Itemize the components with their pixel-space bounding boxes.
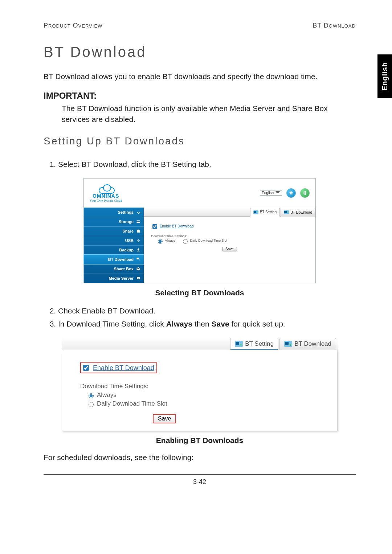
- sidebar-item-share[interactable]: Share: [84, 226, 144, 236]
- tab-label: BT Setting: [260, 210, 277, 214]
- enable-bt-download-checkbox[interactable]: Enable BT Download: [80, 362, 157, 373]
- option-always-radio[interactable]: [158, 239, 163, 244]
- bt-setting-tab-icon: [235, 341, 243, 347]
- step-3-bold-always: Always: [166, 320, 192, 328]
- step-3-post: for quick set up.: [229, 320, 285, 328]
- svg-rect-1: [137, 222, 140, 223]
- important-text: The BT Download function is only availab…: [62, 103, 356, 124]
- enable-bt-download-input[interactable]: [152, 224, 157, 229]
- sidebar-item-bt-download[interactable]: BT Download: [84, 255, 144, 264]
- step-1: Select BT Download, click the BT Setting…: [58, 158, 356, 171]
- option-always-radio[interactable]: [89, 393, 94, 398]
- sidebar-item-label: Share: [122, 229, 134, 233]
- language-select[interactable]: English: [260, 190, 282, 196]
- option-daily-slot-radio[interactable]: [183, 239, 188, 244]
- storage-icon: [136, 219, 141, 224]
- sidebar-item-usb[interactable]: USB: [84, 236, 144, 245]
- figure2-caption: Enabling BT Downloads: [44, 436, 356, 445]
- page-title: BT Download: [44, 44, 356, 60]
- sidebar-item-label: USB: [125, 238, 134, 243]
- save-button[interactable]: Save: [222, 247, 237, 251]
- running-head-left: Product Overview: [44, 22, 102, 29]
- step-2: Check Enable BT Download.: [58, 304, 356, 317]
- home-icon[interactable]: [286, 188, 296, 198]
- option-daily-slot-label: Daily Download Time Slot: [190, 239, 228, 242]
- option-daily-slot-label: Daily Download Time Slot: [97, 400, 167, 407]
- important-heading: IMPORTANT:: [44, 91, 356, 101]
- step-3: In Download Time Setting, click Always t…: [58, 317, 356, 331]
- sidebar-item-label: Storage: [119, 219, 134, 224]
- sidebar-item-label: BT Download: [108, 257, 134, 262]
- figure1-caption: Selecting BT Downloads: [44, 288, 356, 297]
- step-3-pre: In Download Time Setting, click: [58, 320, 166, 328]
- sidebar-item-share-box[interactable]: Share Box: [84, 264, 144, 274]
- download-time-settings-label: Download Time Settings:: [151, 234, 308, 238]
- tab-bt-setting[interactable]: BT Setting: [250, 208, 280, 217]
- option-daily-slot[interactable]: Daily Download Time Slot: [87, 400, 324, 407]
- page-number: 3-42: [193, 478, 206, 485]
- running-head-right: BT Download: [313, 22, 356, 29]
- logo-wordmark: OMNINAS: [93, 193, 119, 199]
- enable-bt-download-label: Enable BT Download: [93, 364, 154, 372]
- figure-omninas-ui: OMNINAS Your Own Private Cloud English: [83, 178, 316, 283]
- step-3-mid: then: [192, 320, 212, 328]
- sidebar: Settings Storage Share USB Backup: [84, 208, 144, 283]
- box-icon: [136, 267, 141, 271]
- bt-setting-tab-icon: [253, 210, 258, 214]
- option-daily-slot-radio[interactable]: [89, 402, 94, 407]
- tab-label: BT Download: [290, 210, 312, 214]
- sidebar-item-label: Share Box: [114, 267, 134, 271]
- media-icon: [136, 276, 141, 280]
- section-heading: Setting Up BT Downloads: [44, 135, 356, 147]
- tab-label: BT Setting: [245, 340, 274, 348]
- svg-rect-2: [137, 258, 139, 260]
- svg-rect-0: [137, 221, 140, 222]
- usb-icon: [136, 238, 141, 243]
- cloud-icon: [97, 184, 115, 193]
- intro-text: BT Download allows you to enable BT down…: [44, 71, 356, 82]
- chevron-down-icon: [275, 191, 280, 195]
- bt-download-icon: [136, 257, 141, 262]
- logo-tagline: Your Own Private Cloud: [90, 199, 122, 202]
- omninas-logo: OMNINAS Your Own Private Cloud: [90, 184, 122, 202]
- tab-label: BT Download: [294, 340, 331, 348]
- sidebar-item-storage[interactable]: Storage: [84, 217, 144, 226]
- sidebar-item-backup[interactable]: Backup: [84, 245, 144, 255]
- download-time-settings-label: Download Time Settings:: [80, 383, 324, 390]
- enable-bt-download-checkbox[interactable]: Enable BT Download: [151, 224, 194, 228]
- save-button[interactable]: Save: [153, 414, 176, 423]
- option-daily-slot[interactable]: Daily Download Time Slot: [181, 239, 227, 242]
- share-icon: [136, 229, 141, 233]
- bt-download-tab-icon: [284, 341, 292, 347]
- sidebar-item-label: Media Server: [109, 276, 134, 280]
- sidebar-item-label: Backup: [119, 248, 134, 252]
- sidebar-item-label: Settings: [118, 210, 134, 214]
- tab-bt-download[interactable]: BT Download: [281, 208, 315, 217]
- bt-download-tab-icon: [284, 210, 289, 214]
- language-tab: English: [377, 54, 392, 98]
- option-always[interactable]: Always: [87, 391, 324, 399]
- step-3-bold-save: Save: [212, 320, 229, 328]
- enable-bt-download-label: Enable BT Download: [160, 224, 194, 228]
- option-always-label: Always: [165, 239, 175, 242]
- closing-text: For scheduled downloads, see the followi…: [44, 452, 356, 463]
- sidebar-item-settings[interactable]: Settings: [84, 208, 144, 217]
- option-always-label: Always: [97, 391, 117, 399]
- enable-bt-download-input[interactable]: [83, 365, 89, 371]
- tab-bt-setting[interactable]: BT Setting: [230, 338, 278, 350]
- sidebar-item-media-server[interactable]: Media Server: [84, 274, 144, 283]
- option-always[interactable]: Always: [156, 239, 176, 242]
- backup-icon: [136, 248, 141, 252]
- gear-icon: [136, 210, 141, 214]
- language-select-value: English: [262, 191, 274, 195]
- logout-icon[interactable]: [300, 188, 310, 198]
- tab-bt-download[interactable]: BT Download: [279, 338, 336, 350]
- figure-bt-setting-zoom: BT Setting BT Download Enable BT Downloa…: [62, 337, 338, 431]
